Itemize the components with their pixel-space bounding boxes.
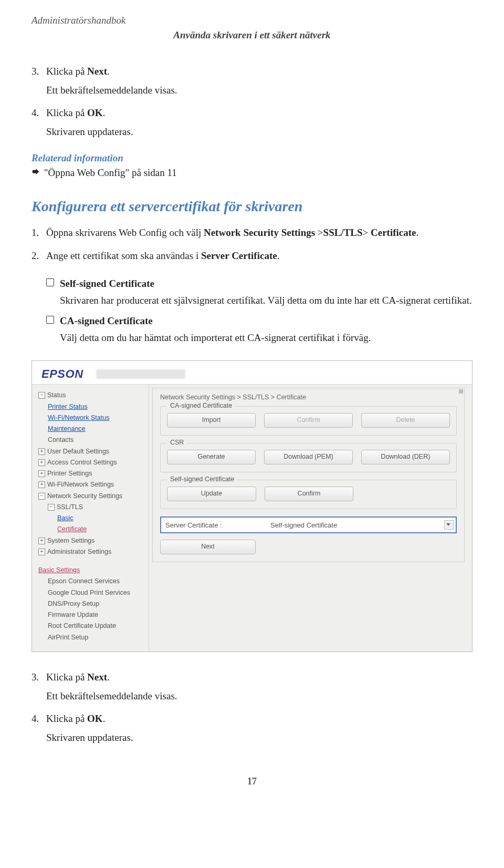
sidebar-link-epson-connect[interactable]: Epson Connect Services [38, 576, 143, 587]
step-item: 1. Öppna skrivarens Web Config och välj … [32, 225, 472, 240]
sidebar-link-basic[interactable]: Basic [38, 513, 143, 524]
related-link-line: "Öppna Web Config" på sidan 11 [32, 167, 472, 179]
option-bullets: Self-signed Certificate Skrivaren har pr… [46, 276, 472, 345]
confirm-button[interactable]: Confirm [264, 413, 353, 428]
tree-collapse-icon[interactable]: − [38, 493, 45, 500]
bullet-icon [46, 316, 54, 324]
step-subtext: Skrivaren uppdateras. [46, 730, 472, 745]
tree-node-wifi-settings[interactable]: +Wi-Fi/Network Settings [38, 481, 114, 488]
sidebar-link-airprint[interactable]: AirPrint Setup [38, 632, 143, 643]
tree-expand-icon[interactable]: + [38, 470, 45, 477]
generate-button[interactable]: Generate [167, 450, 256, 464]
tree-node-status[interactable]: −Status [38, 391, 66, 399]
next-button[interactable]: Next [160, 540, 256, 554]
model-redacted [96, 369, 185, 379]
fieldset-ca-signed: CA-signed Certificate Import Confirm Del… [160, 406, 457, 436]
tree-expand-icon[interactable]: + [38, 448, 45, 455]
step-text: Ange ett certifikat som ska användas i S… [46, 250, 279, 261]
sidebar-link-contacts[interactable]: Contacts [38, 435, 143, 446]
option-item: CA-signed Certificate Välj detta om du h… [46, 314, 472, 345]
tree-expand-icon[interactable]: + [38, 549, 45, 555]
tree-collapse-icon[interactable]: − [38, 392, 45, 399]
step-item: 2. Ange ett certifikat som ska användas … [32, 249, 472, 263]
steps-mid: 1. Öppna skrivarens Web Config och välj … [32, 225, 472, 263]
tree-expand-icon[interactable]: + [38, 538, 45, 544]
legend-csr: CSR [167, 439, 187, 446]
step-number: 4. [32, 711, 39, 726]
sidebar-link-certificate[interactable]: Certificate [38, 524, 143, 535]
sidebar-link-gcp[interactable]: Google Cloud Print Services [38, 587, 143, 598]
step-number: 4. [32, 106, 39, 120]
step-number: 2. [32, 249, 39, 263]
related-link[interactable]: "Öppna Web Config" på sidan 11 [44, 167, 177, 178]
section-h2: Konfigurera ett servercertifikat för skr… [32, 198, 472, 215]
step-item: 4. Klicka på OK. Skrivaren uppdateras. [32, 106, 472, 139]
webconfig-screenshot: EPSON −Status Printer Status Wi-Fi/Netwo… [32, 360, 472, 652]
sidebar-link-rootcert[interactable]: Root Certificate Update [38, 621, 143, 632]
fieldset-self-signed: Self-signed Certificate Update Confirm [160, 480, 457, 509]
sidebar-group-basic-settings[interactable]: Basic Settings [38, 565, 143, 576]
option-title: Self-signed Certificate [60, 278, 154, 289]
delete-button[interactable]: Delete [361, 413, 450, 428]
select-value: Self-signed Certificate [270, 521, 444, 529]
step-text: Öppna skrivarens Web Config och välj Net… [46, 227, 418, 238]
sidebar-link-wifi-status[interactable]: Wi-Fi/Network Status [38, 412, 143, 423]
step-subtext: Ett bekräftelsemeddelande visas. [46, 83, 472, 98]
step-text: Klicka på Next. [46, 66, 110, 77]
step-number: 3. [32, 64, 39, 79]
section-title: Använda skrivaren i ett säkert nätverk [32, 29, 472, 41]
legend-ca: CA-signed Certificate [167, 402, 235, 409]
step-number: 3. [32, 670, 39, 685]
tree-node-netsec[interactable]: −Network Security Settings [38, 492, 122, 500]
tree-node-access-control[interactable]: +Access Control Settings [38, 459, 117, 466]
mock-scrollbox: Network Security Settings > SSL/TLS > Ce… [152, 388, 465, 562]
doc-title: Administratörshandbok [32, 15, 472, 26]
steps-top: 3. Klicka på Next. Ett bekräftelsemeddel… [32, 64, 472, 139]
tree-collapse-icon[interactable]: − [48, 504, 55, 511]
epson-logo: EPSON [41, 367, 83, 381]
confirm-self-button[interactable]: Confirm [265, 487, 354, 501]
chevron-down-icon[interactable] [444, 520, 454, 530]
step-item: 3. Klicka på Next. Ett bekräftelsemeddel… [32, 670, 472, 703]
tree-node-user-default[interactable]: +User Default Settings [38, 448, 109, 455]
download-der-button[interactable]: Download (DER) [361, 450, 450, 464]
step-item: 3. Klicka på Next. Ett bekräftelsemeddel… [32, 64, 472, 97]
server-certificate-select[interactable]: Server Certificate : Self-signed Certifi… [160, 516, 457, 533]
fieldset-csr: CSR Generate Download (PEM) Download (DE… [160, 443, 457, 472]
import-button[interactable]: Import [167, 413, 256, 428]
download-pem-button[interactable]: Download (PEM) [264, 450, 353, 464]
bullet-icon [46, 278, 54, 286]
tree-node-ssltls[interactable]: −SSL/TLS [38, 502, 143, 513]
legend-self: Self-signed Certificate [167, 476, 237, 483]
breadcrumb: Network Security Settings > SSL/TLS > Ce… [160, 394, 457, 401]
option-title: CA-signed Certificate [60, 315, 153, 326]
step-text: Klicka på Next. [46, 671, 110, 683]
tree-node-system[interactable]: +System Settings [38, 537, 94, 544]
sidebar-link-firmware[interactable]: Firmware Update [38, 609, 143, 621]
step-subtext: Skrivaren uppdateras. [46, 125, 472, 139]
mock-sidebar: −Status Printer Status Wi-Fi/Network Sta… [32, 385, 149, 652]
option-item: Self-signed Certificate Skrivaren har pr… [46, 276, 472, 307]
sidebar-link-dns[interactable]: DNS/Proxy Setup [38, 598, 143, 609]
arrow-icon [32, 168, 39, 179]
select-label: Server Certificate : [165, 521, 270, 529]
sidebar-link-maintenance[interactable]: Maintenance [38, 423, 143, 435]
update-button[interactable]: Update [167, 487, 256, 501]
mock-main: Network Security Settings > SSL/TLS > Ce… [149, 385, 472, 652]
mock-header: EPSON [32, 361, 472, 385]
option-desc: Välj detta om du har hämtat och importer… [60, 330, 472, 345]
steps-bottom: 3. Klicka på Next. Ett bekräftelsemeddel… [32, 670, 472, 745]
tree-node-admin[interactable]: +Administrator Settings [38, 548, 111, 555]
option-desc: Skrivaren har producerat ett självsigner… [60, 293, 472, 308]
step-item: 4. Klicka på OK. Skrivaren uppdateras. [32, 711, 472, 745]
related-heading: Relaterad information [32, 152, 472, 164]
tree-node-printer-settings[interactable]: +Printer Settings [38, 470, 92, 477]
sidebar-link-printer-status[interactable]: Printer Status [38, 401, 143, 412]
tree-expand-icon[interactable]: + [38, 459, 45, 466]
step-text: Klicka på OK. [46, 107, 105, 118]
step-number: 1. [32, 225, 39, 240]
tree-expand-icon[interactable]: + [38, 481, 45, 488]
step-text: Klicka på OK. [46, 713, 105, 724]
page-number: 17 [32, 776, 472, 787]
scroll-handle[interactable] [459, 389, 463, 394]
